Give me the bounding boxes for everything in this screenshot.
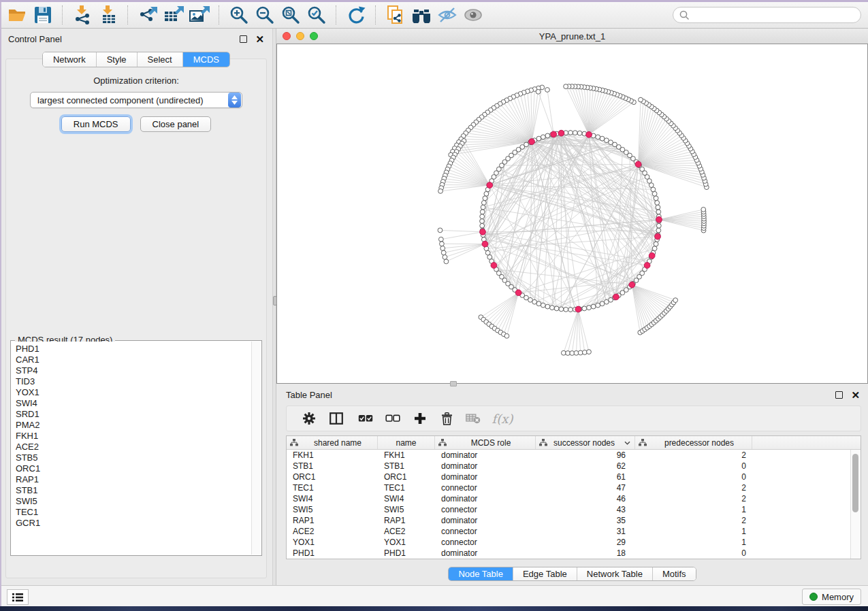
table-cell[interactable]: RAP1 [378,516,435,525]
mcds-list-scrollbar[interactable] [251,342,261,555]
mcds-result-item[interactable]: SWI4 [16,398,252,409]
table-scrollbar-thumb[interactable] [852,454,858,512]
table-cell[interactable]: SWI5 [287,505,378,514]
table-cell[interactable]: dominator [435,516,536,525]
horizontal-splitter-grip[interactable] [450,381,457,386]
mcds-result-item[interactable]: PHD1 [16,344,252,354]
zoom-in-button[interactable] [226,4,252,26]
mcds-result-item[interactable]: CAR1 [16,354,252,365]
delete-row-button[interactable] [434,408,460,429]
column-header-predecessor-nodes[interactable]: predecessor nodes [635,436,752,449]
table-cell[interactable]: 0 [635,461,752,471]
add-row-button[interactable] [406,408,434,429]
tab-select[interactable]: Select [138,52,183,67]
table-row[interactable]: RAP1RAP1dominator352 [287,515,861,526]
mcds-result-item[interactable]: ORC1 [16,463,252,474]
table-cell[interactable]: connector [435,527,536,536]
column-header-name[interactable]: name [378,436,435,449]
table-cell[interactable]: SWI5 [378,505,435,514]
select-all-button[interactable] [352,408,379,429]
mcds-result-item[interactable]: YOX1 [16,387,252,398]
table-cell[interactable]: dominator [435,450,536,460]
memory-button[interactable]: Memory [802,589,861,605]
table-cell[interactable]: 0 [635,548,752,558]
table-row[interactable]: PHD1PHD1dominator180 [287,548,861,559]
close-panel-button[interactable]: Close panel [140,116,212,132]
table-cell[interactable]: connector [435,538,536,547]
table-cell[interactable]: ACE2 [287,527,378,536]
network-graph[interactable] [277,44,867,383]
column-header-MCDS-role[interactable]: MCDS role [435,436,536,449]
open-file-button[interactable] [4,4,30,26]
table-cell[interactable]: YOX1 [378,538,435,547]
table-cell[interactable]: FKH1 [287,450,378,460]
zoom-out-button[interactable] [252,4,278,26]
table-cell[interactable]: 35 [536,516,635,525]
table-cell[interactable]: 29 [536,538,635,547]
save-session-button[interactable] [30,4,56,26]
table-cell[interactable]: 2 [635,450,752,460]
mcds-result-item[interactable]: FKH1 [16,431,252,442]
clone-network-button[interactable] [383,4,408,26]
table-cell[interactable]: ORC1 [378,472,435,482]
search-input[interactable] [694,10,854,21]
tab-motifs[interactable]: Motifs [653,567,696,580]
table-cell[interactable]: 96 [536,450,635,460]
tab-style[interactable]: Style [97,52,138,67]
show-columns-button[interactable] [321,408,352,429]
table-row[interactable]: ACE2ACE2connector311 [287,526,861,537]
table-cell[interactable]: 2 [635,483,752,493]
table-row[interactable]: FKH1FKH1dominator962 [287,450,861,461]
show-all-button[interactable] [460,4,486,26]
mcds-result-item[interactable]: STB1 [16,485,252,496]
table-row[interactable]: STB1STB1dominator620 [287,461,861,472]
close-table-panel-icon[interactable]: ✕ [851,392,860,398]
delete-table-button[interactable] [460,408,487,429]
mcds-result-item[interactable]: GCR1 [16,518,252,529]
optimization-criterion-select[interactable]: largest connected component (undirected) [30,92,242,108]
float-panel-icon[interactable] [240,35,247,43]
tab-network[interactable]: Network [43,52,97,67]
table-row[interactable]: SWI4SWI4dominator462 [287,493,861,504]
tab-node-table[interactable]: Node Table [449,567,513,580]
table-cell[interactable]: 2 [635,516,752,525]
table-scrollbar[interactable] [850,450,861,559]
table-cell[interactable]: connector [435,483,536,493]
table-cell[interactable]: 46 [536,494,635,503]
table-cell[interactable]: STB1 [378,461,435,471]
export-table-button[interactable] [161,4,187,26]
export-image-button[interactable] [187,4,212,26]
table-cell[interactable]: ACE2 [378,527,435,536]
table-cell[interactable]: 61 [536,472,635,482]
find-network-button[interactable] [408,4,434,26]
table-cell[interactable]: connector [435,505,536,514]
mcds-result-item[interactable]: RAP1 [16,474,252,485]
table-cell[interactable]: 18 [536,548,635,558]
table-cell[interactable]: 62 [536,461,635,471]
import-network-button[interactable] [69,4,95,26]
table-row[interactable]: SWI5SWI5connector431 [287,504,861,515]
run-mcds-button[interactable]: Run MCDS [61,116,131,132]
function-builder-button[interactable]: f(x) [487,408,518,429]
mcds-result-item[interactable]: STP4 [16,365,252,376]
table-cell[interactable]: TEC1 [287,483,378,493]
tab-network-table[interactable]: Network Table [577,567,653,580]
column-header-shared-name[interactable]: shared name [287,436,378,449]
table-cell[interactable]: FKH1 [378,450,435,460]
table-cell[interactable]: YOX1 [287,538,378,547]
network-window-titlebar[interactable]: YPA_prune.txt_1 [276,29,868,44]
zoom-selected-button[interactable] [304,4,329,26]
table-cell[interactable]: PHD1 [287,548,378,558]
table-row[interactable]: TEC1TEC1connector472 [287,482,861,493]
table-cell[interactable]: RAP1 [287,516,378,525]
table-cell[interactable]: 1 [635,538,752,547]
network-search-field[interactable] [673,7,861,23]
table-row[interactable]: YOX1YOX1connector291 [287,537,861,548]
table-cell[interactable]: 47 [536,483,635,493]
mcds-result-item[interactable]: STB5 [16,452,252,463]
table-settings-button[interactable] [298,408,321,429]
network-canvas[interactable] [276,44,868,384]
import-table-button[interactable] [95,4,121,26]
table-cell[interactable]: PHD1 [378,548,435,558]
refresh-view-button[interactable] [343,4,369,26]
